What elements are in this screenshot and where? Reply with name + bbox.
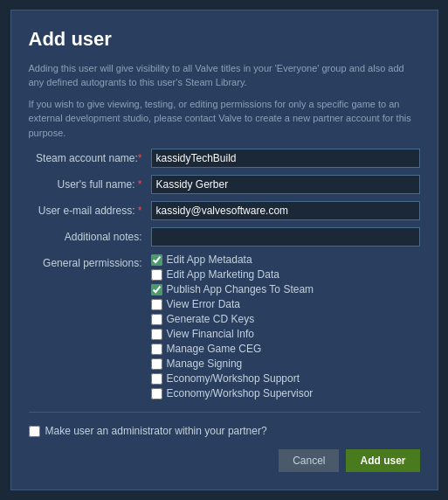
permission-row: View Error Data <box>151 298 314 310</box>
permission-label-perm_publish_app[interactable]: Publish App Changes To Steam <box>167 283 314 295</box>
permission-label-perm_manage_signing[interactable]: Manage Signing <box>167 358 243 370</box>
admin-label[interactable]: Make user an administrator within your p… <box>45 425 267 437</box>
permission-row: Economy/Workshop Supervisor <box>151 387 314 399</box>
permission-row: Publish App Changes To Steam <box>151 283 314 295</box>
general-permissions-row: General permissions: Edit App MetadataEd… <box>29 253 420 399</box>
permission-label-perm_view_financial[interactable]: View Financial Info <box>167 328 255 340</box>
description-paragraph-2: If you wish to give viewing, testing, or… <box>29 97 420 141</box>
permission-checkbox-perm_publish_app[interactable] <box>151 284 162 295</box>
permission-label-perm_view_error[interactable]: View Error Data <box>167 298 240 310</box>
button-row: Cancel Add user <box>29 449 420 472</box>
permission-label-perm_economy_support[interactable]: Economy/Workshop Support <box>167 372 300 385</box>
user-full-name-input[interactable] <box>151 175 420 194</box>
admin-row: Make user an administrator within your p… <box>29 425 420 437</box>
dialog-title: Add user <box>29 28 420 51</box>
permission-row: Economy/Workshop Support <box>151 372 314 385</box>
permission-checkbox-perm_manage_ceg[interactable] <box>151 344 162 355</box>
permissions-list: Edit App MetadataEdit App Marketing Data… <box>151 253 314 399</box>
cancel-button[interactable]: Cancel <box>279 449 339 472</box>
divider <box>29 412 420 413</box>
add-user-dialog: Add user Adding this user will give visi… <box>10 10 438 491</box>
permission-label-perm_edit_app_marketing[interactable]: Edit App Marketing Data <box>167 268 279 281</box>
admin-checkbox[interactable] <box>29 426 40 437</box>
additional-notes-label: Additional notes: <box>29 227 151 243</box>
permission-checkbox-perm_edit_app_meta[interactable] <box>151 254 162 266</box>
add-user-button[interactable]: Add user <box>346 449 419 472</box>
permission-checkbox-perm_economy_support[interactable] <box>151 373 162 385</box>
permission-row: Edit App Metadata <box>151 253 314 266</box>
permission-checkbox-perm_gen_cd_keys[interactable] <box>151 314 162 325</box>
steam-account-row: Steam account name:* <box>29 149 420 168</box>
permission-row: View Financial Info <box>151 328 314 340</box>
steam-account-label: Steam account name:* <box>29 149 151 164</box>
permission-checkbox-perm_view_error[interactable] <box>151 299 162 310</box>
dialog-description: Adding this user will give visibility to… <box>29 61 420 141</box>
user-email-row: User e-mail address: * <box>29 201 420 220</box>
description-paragraph-1: Adding this user will give visibility to… <box>29 61 420 90</box>
steam-account-input[interactable] <box>151 149 420 168</box>
permission-checkbox-perm_economy_supervisor[interactable] <box>151 388 162 399</box>
permission-row: Manage Signing <box>151 358 314 370</box>
permission-checkbox-perm_manage_signing[interactable] <box>151 358 162 370</box>
user-full-name-row: User's full name: * <box>29 175 420 194</box>
permission-label-perm_economy_supervisor[interactable]: Economy/Workshop Supervisor <box>167 387 314 399</box>
permission-label-perm_edit_app_meta[interactable]: Edit App Metadata <box>167 253 252 266</box>
permission-row: Edit App Marketing Data <box>151 268 314 281</box>
user-full-name-label: User's full name: * <box>29 175 151 191</box>
additional-notes-input[interactable] <box>151 227 420 247</box>
permission-checkbox-perm_edit_app_marketing[interactable] <box>151 269 162 281</box>
permission-label-perm_manage_ceg[interactable]: Manage Game CEG <box>167 343 262 355</box>
additional-notes-row: Additional notes: <box>29 227 420 247</box>
permission-label-perm_gen_cd_keys[interactable]: Generate CD Keys <box>167 313 255 325</box>
permission-row: Manage Game CEG <box>151 343 314 355</box>
user-email-label: User e-mail address: * <box>29 201 151 217</box>
general-permissions-label: General permissions: <box>29 253 151 269</box>
user-email-input[interactable] <box>151 201 420 220</box>
permission-row: Generate CD Keys <box>151 313 314 325</box>
permission-checkbox-perm_view_financial[interactable] <box>151 329 162 340</box>
